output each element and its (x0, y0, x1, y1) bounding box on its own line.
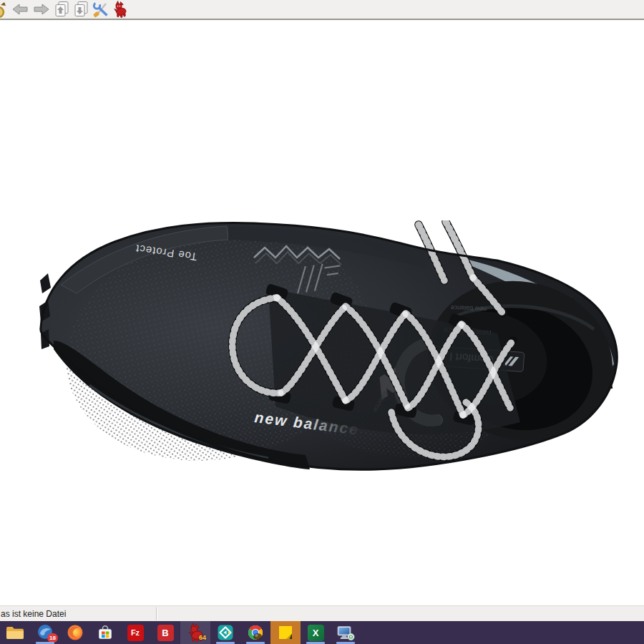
firefox-icon (67, 624, 84, 641)
tools-icon (92, 1, 109, 18)
taskbar-item-excel[interactable]: X (301, 621, 331, 644)
irfanview-logo-icon (112, 1, 128, 18)
microsoft-store-icon (97, 624, 114, 641)
image-viewer-toolbar (0, 0, 644, 20)
tools-button[interactable] (91, 0, 110, 19)
irfanview-64-badge: 64 (199, 634, 206, 641)
clipped-gold-icon[interactable] (0, 0, 7, 19)
b-app-icon: B (157, 625, 174, 641)
irfanview-logo-button[interactable] (110, 0, 129, 19)
status-message: as ist keine Datei (0, 609, 66, 619)
product-image-shoe: Toe Protect (39, 220, 619, 472)
forward-arrow-icon (32, 2, 51, 16)
excel-icon: X (308, 625, 324, 641)
statusbar: as ist keine Datei (0, 605, 644, 622)
page-copy-down-button[interactable] (72, 0, 91, 19)
taskbar-item-thunderbird[interactable]: 18 (30, 621, 60, 644)
back-arrow-icon (11, 2, 29, 16)
taskbar-item-remote-desktop[interactable] (331, 621, 361, 644)
taskbar-item-file-explorer[interactable] (0, 621, 30, 644)
forward-arrow-button[interactable] (31, 0, 52, 19)
chrome-icon (247, 624, 264, 641)
image-viewer-canvas: Toe Protect (0, 20, 644, 605)
statusbar-divider (156, 608, 157, 620)
sticky-notes-icon (277, 624, 294, 641)
taskbar-item-firefox[interactable] (60, 621, 90, 644)
taskbar-item-filezilla[interactable]: Fz (120, 621, 150, 644)
page-copy-up-button[interactable] (52, 0, 72, 19)
svg-text:new balance: new balance (450, 304, 487, 313)
taskbar-item-microsoft-store[interactable] (90, 621, 120, 644)
taskbar: 18 Fz (0, 621, 644, 644)
taskbar-item-chrome[interactable] (240, 621, 270, 644)
taskbar-item-sticky-notes[interactable] (270, 621, 301, 644)
desktop-screen: Toe Protect (0, 0, 644, 644)
back-arrow-button[interactable] (9, 0, 31, 19)
file-explorer-icon (6, 625, 24, 640)
taskbar-item-teal-app[interactable] (210, 621, 240, 644)
page-copy-down-icon (73, 1, 90, 18)
tongue-brand-text: new balance (450, 304, 487, 313)
taskbar-item-b-app[interactable]: B (150, 621, 180, 644)
filezilla-icon: Fz (127, 625, 144, 641)
taskbar-item-irfanview[interactable]: 64 (180, 621, 210, 644)
teal-app-icon (217, 624, 234, 641)
remote-desktop-icon (336, 624, 355, 641)
page-copy-up-icon (54, 1, 71, 18)
